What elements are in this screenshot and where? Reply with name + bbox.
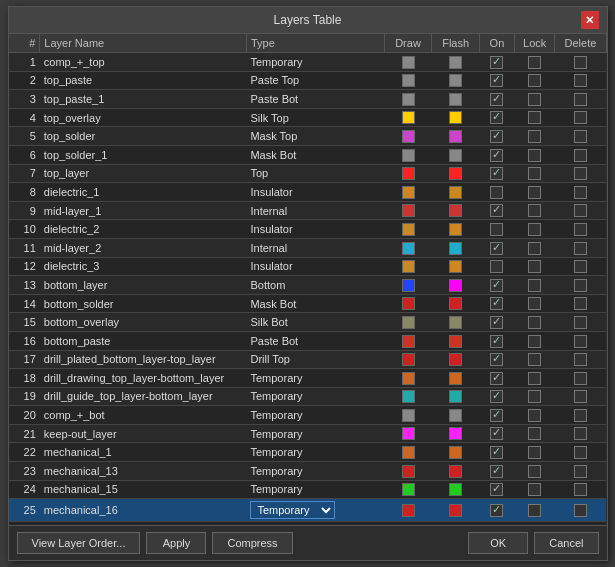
draw-color-box[interactable] bbox=[402, 111, 415, 124]
cell-draw[interactable] bbox=[384, 462, 432, 481]
cell-on[interactable] bbox=[479, 424, 514, 443]
on-checkbox[interactable] bbox=[490, 204, 503, 217]
draw-color-box[interactable] bbox=[402, 390, 415, 403]
cell-flash[interactable] bbox=[432, 220, 480, 239]
cell-draw[interactable] bbox=[384, 406, 432, 425]
draw-color-box[interactable] bbox=[402, 353, 415, 366]
cell-flash[interactable] bbox=[432, 313, 480, 332]
cell-delete[interactable] bbox=[555, 369, 606, 388]
on-checkbox[interactable] bbox=[490, 372, 503, 385]
flash-color-box[interactable] bbox=[449, 260, 462, 273]
cell-on[interactable] bbox=[479, 331, 514, 350]
cell-draw[interactable] bbox=[384, 350, 432, 369]
draw-color-box[interactable] bbox=[402, 335, 415, 348]
cell-flash[interactable] bbox=[432, 127, 480, 146]
flash-color-box[interactable] bbox=[449, 111, 462, 124]
cell-flash[interactable] bbox=[432, 238, 480, 257]
lock-checkbox[interactable] bbox=[528, 242, 541, 255]
flash-color-box[interactable] bbox=[449, 74, 462, 87]
cell-draw[interactable] bbox=[384, 108, 432, 127]
cell-draw[interactable] bbox=[384, 313, 432, 332]
cell-on[interactable] bbox=[479, 164, 514, 183]
lock-checkbox[interactable] bbox=[528, 260, 541, 273]
cell-lock[interactable] bbox=[514, 53, 554, 72]
on-checkbox[interactable] bbox=[490, 167, 503, 180]
cell-on[interactable] bbox=[479, 313, 514, 332]
delete-checkbox[interactable] bbox=[574, 446, 587, 459]
lock-checkbox[interactable] bbox=[528, 204, 541, 217]
draw-color-box[interactable] bbox=[402, 223, 415, 236]
cell-lock[interactable] bbox=[514, 424, 554, 443]
cell-on[interactable] bbox=[479, 350, 514, 369]
flash-color-box[interactable] bbox=[449, 149, 462, 162]
draw-color-box[interactable] bbox=[402, 167, 415, 180]
cell-draw[interactable] bbox=[384, 294, 432, 313]
flash-color-box[interactable] bbox=[449, 446, 462, 459]
delete-checkbox[interactable] bbox=[574, 167, 587, 180]
cell-on[interactable] bbox=[479, 71, 514, 90]
cell-draw[interactable] bbox=[384, 53, 432, 72]
apply-button[interactable]: Apply bbox=[146, 532, 206, 554]
cell-on[interactable] bbox=[479, 53, 514, 72]
delete-checkbox[interactable] bbox=[574, 204, 587, 217]
cell-delete[interactable] bbox=[555, 108, 606, 127]
type-dropdown[interactable]: Temporary bbox=[250, 501, 335, 519]
on-checkbox[interactable] bbox=[490, 335, 503, 348]
delete-checkbox[interactable] bbox=[574, 223, 587, 236]
lock-checkbox[interactable] bbox=[528, 372, 541, 385]
lock-checkbox[interactable] bbox=[528, 335, 541, 348]
cell-on[interactable] bbox=[479, 108, 514, 127]
table-row[interactable]: 9mid-layer_1Internal bbox=[9, 201, 607, 220]
cell-draw[interactable] bbox=[384, 480, 432, 499]
cell-lock[interactable] bbox=[514, 406, 554, 425]
table-row[interactable]: 21keep-out_layerTemporary bbox=[9, 424, 607, 443]
table-row[interactable]: 11mid-layer_2Internal bbox=[9, 238, 607, 257]
cell-draw[interactable] bbox=[384, 443, 432, 462]
view-layer-order-button[interactable]: View Layer Order... bbox=[17, 532, 141, 554]
table-row[interactable]: 13bottom_layerBottom bbox=[9, 276, 607, 295]
cell-draw[interactable] bbox=[384, 127, 432, 146]
cell-lock[interactable] bbox=[514, 462, 554, 481]
lock-checkbox[interactable] bbox=[528, 446, 541, 459]
delete-checkbox[interactable] bbox=[574, 56, 587, 69]
cell-flash[interactable] bbox=[432, 350, 480, 369]
cell-lock[interactable] bbox=[514, 127, 554, 146]
cell-lock[interactable] bbox=[514, 499, 554, 522]
cell-flash[interactable] bbox=[432, 462, 480, 481]
draw-color-box[interactable] bbox=[402, 74, 415, 87]
cell-flash[interactable] bbox=[432, 480, 480, 499]
cell-lock[interactable] bbox=[514, 387, 554, 406]
lock-checkbox[interactable] bbox=[528, 504, 541, 517]
flash-color-box[interactable] bbox=[449, 297, 462, 310]
table-row[interactable]: 6top_solder_1Mask Bot bbox=[9, 145, 607, 164]
flash-color-box[interactable] bbox=[449, 204, 462, 217]
delete-checkbox[interactable] bbox=[574, 372, 587, 385]
delete-checkbox[interactable] bbox=[574, 353, 587, 366]
cell-draw[interactable] bbox=[384, 90, 432, 109]
flash-color-box[interactable] bbox=[449, 335, 462, 348]
cell-lock[interactable] bbox=[514, 238, 554, 257]
delete-checkbox[interactable] bbox=[574, 130, 587, 143]
cell-lock[interactable] bbox=[514, 145, 554, 164]
delete-checkbox[interactable] bbox=[574, 74, 587, 87]
cell-lock[interactable] bbox=[514, 164, 554, 183]
cell-on[interactable] bbox=[479, 201, 514, 220]
cell-delete[interactable] bbox=[555, 220, 606, 239]
cell-delete[interactable] bbox=[555, 424, 606, 443]
cell-delete[interactable] bbox=[555, 201, 606, 220]
cell-delete[interactable] bbox=[555, 238, 606, 257]
cell-delete[interactable] bbox=[555, 387, 606, 406]
cell-draw[interactable] bbox=[384, 499, 432, 522]
cell-flash[interactable] bbox=[432, 201, 480, 220]
delete-checkbox[interactable] bbox=[574, 111, 587, 124]
on-checkbox[interactable] bbox=[490, 223, 503, 236]
table-row[interactable]: 7top_layerTop bbox=[9, 164, 607, 183]
draw-color-box[interactable] bbox=[402, 483, 415, 496]
on-checkbox[interactable] bbox=[490, 186, 503, 199]
on-checkbox[interactable] bbox=[490, 483, 503, 496]
draw-color-box[interactable] bbox=[402, 204, 415, 217]
cell-flash[interactable] bbox=[432, 145, 480, 164]
cell-lock[interactable] bbox=[514, 480, 554, 499]
cell-lock[interactable] bbox=[514, 220, 554, 239]
cell-delete[interactable] bbox=[555, 499, 606, 522]
